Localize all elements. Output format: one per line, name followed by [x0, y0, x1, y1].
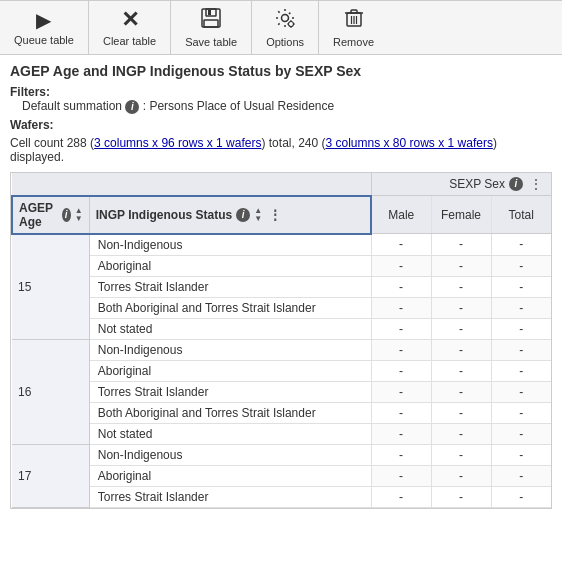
- sexp-label: SEXP Sex: [449, 177, 505, 191]
- ingp-info-icon[interactable]: i: [236, 208, 250, 222]
- sub-row-header: Torres Strait Islander: [89, 381, 371, 402]
- sexp-info-icon[interactable]: i: [509, 177, 523, 191]
- sexp-header-row: SEXP Sex i ⋮: [12, 173, 551, 196]
- female-data-cell: -: [431, 402, 491, 423]
- gear-icon: [274, 7, 296, 32]
- data-table: SEXP Sex i ⋮ AGEP Age i ▲▼: [10, 172, 552, 509]
- male-data-cell: -: [371, 234, 431, 256]
- male-data-cell: -: [371, 486, 431, 507]
- total-data-cell: -: [491, 297, 551, 318]
- male-data-cell: -: [371, 255, 431, 276]
- save-icon: [200, 7, 222, 32]
- table-row: 15Non-Indigenous---: [12, 234, 551, 256]
- ingp-sort-icon[interactable]: ▲▼: [254, 207, 262, 223]
- age-cell: 16: [12, 339, 89, 444]
- table-row: Aboriginal---: [12, 255, 551, 276]
- table-row: Torres Strait Islander---: [12, 486, 551, 507]
- sub-row-header: Non-Indigenous: [89, 234, 371, 256]
- svg-rect-2: [204, 20, 218, 27]
- filters-value: Default summation i : Persons Place of U…: [22, 99, 334, 113]
- male-data-cell: -: [371, 402, 431, 423]
- total-col-header: Total: [491, 196, 551, 234]
- queue-table-button[interactable]: ▶ Queue table: [0, 1, 89, 54]
- female-col-header: Female: [431, 196, 491, 234]
- cell-count-link2[interactable]: 3 columns x 80 rows x 1 wafers: [325, 136, 492, 150]
- dim-header-row: AGEP Age i ▲▼ INGP Indigenous Status i ▲…: [12, 196, 551, 234]
- clear-table-label: Clear table: [103, 35, 156, 47]
- female-data-cell: -: [431, 381, 491, 402]
- table-row: Aboriginal---: [12, 465, 551, 486]
- table-row: 16Non-Indigenous---: [12, 339, 551, 360]
- sub-row-header: Aboriginal: [89, 465, 371, 486]
- male-data-cell: -: [371, 381, 431, 402]
- cell-count: Cell count 288 (3 columns x 96 rows x 1 …: [10, 136, 552, 164]
- female-data-cell: -: [431, 318, 491, 339]
- sub-row-header: Torres Strait Islander: [89, 276, 371, 297]
- table-row: Aboriginal---: [12, 360, 551, 381]
- total-data-cell: -: [491, 276, 551, 297]
- filters-info-icon[interactable]: i: [125, 100, 139, 114]
- remove-button[interactable]: Remove: [319, 1, 388, 54]
- sub-row-header: Aboriginal: [89, 360, 371, 381]
- sexp-menu-icon[interactable]: ⋮: [527, 176, 545, 192]
- total-data-cell: -: [491, 402, 551, 423]
- female-data-cell: -: [431, 339, 491, 360]
- sub-row-header: Both Aboriginal and Torres Strait Island…: [89, 297, 371, 318]
- male-col-header: Male: [371, 196, 431, 234]
- total-data-cell: -: [491, 465, 551, 486]
- agep-sort-icon[interactable]: ▲▼: [75, 207, 83, 223]
- table-row: Torres Strait Islander---: [12, 276, 551, 297]
- male-data-cell: -: [371, 465, 431, 486]
- female-data-cell: -: [431, 486, 491, 507]
- age-cell: 17: [12, 444, 89, 507]
- total-data-cell: -: [491, 444, 551, 465]
- female-data-cell: -: [431, 276, 491, 297]
- female-data-cell: -: [431, 465, 491, 486]
- female-data-cell: -: [431, 360, 491, 381]
- male-data-cell: -: [371, 276, 431, 297]
- sub-row-header: Non-Indigenous: [89, 444, 371, 465]
- svg-point-4: [282, 15, 289, 22]
- sub-row-header: Not stated: [89, 423, 371, 444]
- agep-info-icon[interactable]: i: [62, 208, 71, 222]
- ingp-menu-icon[interactable]: ⋮: [266, 207, 284, 223]
- queue-table-label: Queue table: [14, 34, 74, 46]
- page-title: AGEP Age and INGP Indigenous Status by S…: [10, 63, 552, 79]
- male-data-cell: -: [371, 297, 431, 318]
- table-row: Not stated---: [12, 423, 551, 444]
- clear-table-button[interactable]: ✕ Clear table: [89, 1, 171, 54]
- svg-rect-3: [208, 10, 211, 15]
- male-data-cell: -: [371, 444, 431, 465]
- sub-row-header: Not stated: [89, 318, 371, 339]
- total-data-cell: -: [491, 486, 551, 507]
- total-data-cell: -: [491, 255, 551, 276]
- female-data-cell: -: [431, 255, 491, 276]
- table-row: Torres Strait Islander---: [12, 381, 551, 402]
- cell-count-link1[interactable]: 3 columns x 96 rows x 1 wafers: [94, 136, 261, 150]
- cross-icon: ✕: [121, 9, 139, 31]
- save-table-button[interactable]: Save table: [171, 1, 252, 54]
- female-data-cell: -: [431, 297, 491, 318]
- sub-row-header: Non-Indigenous: [89, 339, 371, 360]
- female-data-cell: -: [431, 234, 491, 256]
- sub-row-header: Both Aboriginal and Torres Strait Island…: [89, 402, 371, 423]
- total-data-cell: -: [491, 360, 551, 381]
- ingp-dim-header: INGP Indigenous Status i ▲▼ ⋮: [89, 196, 371, 234]
- total-data-cell: -: [491, 339, 551, 360]
- male-data-cell: -: [371, 318, 431, 339]
- wafers-label: Wafers:: [10, 118, 54, 132]
- female-data-cell: -: [431, 423, 491, 444]
- female-data-cell: -: [431, 444, 491, 465]
- filters-label: Filters:: [10, 85, 50, 99]
- total-data-cell: -: [491, 318, 551, 339]
- play-icon: ▶: [36, 10, 51, 30]
- filters-section: Filters: Default summation i : Persons P…: [10, 85, 552, 114]
- male-data-cell: -: [371, 339, 431, 360]
- male-data-cell: -: [371, 423, 431, 444]
- content-area: AGEP Age and INGP Indigenous Status by S…: [0, 55, 562, 517]
- sexp-empty-left: [12, 173, 371, 196]
- sub-row-header: Aboriginal: [89, 255, 371, 276]
- trash-icon: [343, 7, 365, 32]
- options-button[interactable]: Options: [252, 1, 319, 54]
- total-data-cell: -: [491, 423, 551, 444]
